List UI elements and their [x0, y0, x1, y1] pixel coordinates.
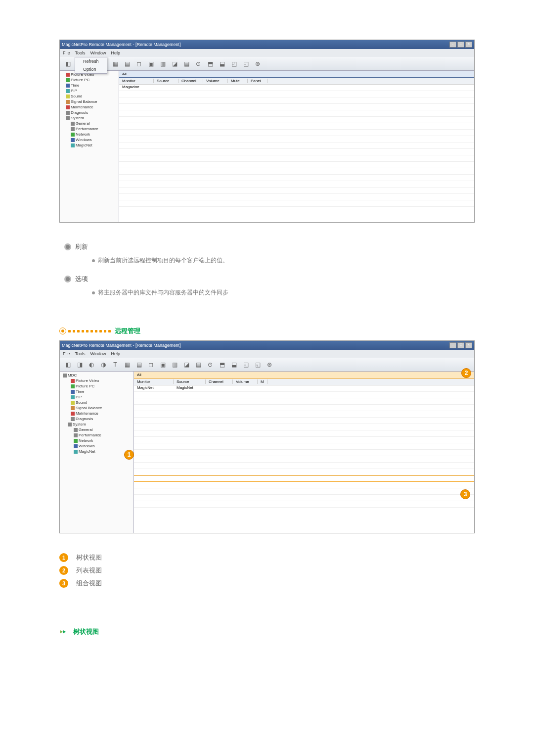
- menu-tools[interactable]: Tools: [75, 50, 86, 55]
- toolbar-icon-13[interactable]: ⬒: [205, 59, 215, 69]
- tree-view[interactable]: MDC Picture Video Picture PC Time PIP So…: [60, 372, 134, 533]
- menu-tools[interactable]: Tools: [75, 351, 86, 356]
- tree-item-label[interactable]: Picture PC: [76, 384, 94, 388]
- heading-text: 刷新: [75, 242, 88, 251]
- tree-item-label[interactable]: Performance: [76, 127, 98, 131]
- menu-help[interactable]: Help: [111, 50, 121, 55]
- legend-text-1: 树状视图: [76, 553, 102, 562]
- toolbar-icon-6[interactable]: ▤: [122, 59, 132, 69]
- toolbar-icon-5[interactable]: ▦: [110, 59, 120, 69]
- toolbar-icon-16[interactable]: ◱: [241, 59, 251, 69]
- toolbar-icon-17[interactable]: ⊛: [253, 59, 263, 69]
- toolbar-icon-10[interactable]: ▥: [170, 360, 179, 370]
- toolbar-icon-8[interactable]: ◻: [146, 360, 156, 370]
- toolbar-icon-12[interactable]: ⊙: [193, 59, 203, 69]
- col-channel[interactable]: Channel: [206, 379, 233, 384]
- tree-item-label[interactable]: Signal Balance: [76, 406, 102, 410]
- tree-item-label[interactable]: Windows: [79, 444, 94, 448]
- tree-item-label[interactable]: Time: [71, 83, 79, 88]
- toolbar-icon-10[interactable]: ◪: [170, 59, 179, 69]
- toolbar-icon-3[interactable]: ◐: [87, 360, 96, 370]
- col-volume[interactable]: Volume: [203, 79, 228, 83]
- tree-item-label[interactable]: Windows: [76, 138, 91, 142]
- tree-item-label[interactable]: Picture Video: [76, 378, 99, 383]
- menu-file[interactable]: File: [63, 50, 70, 55]
- toolbar-icon-13[interactable]: ⊙: [205, 360, 215, 370]
- tree-item-label[interactable]: Network: [79, 438, 93, 443]
- close-button[interactable]: ×: [465, 42, 472, 47]
- menu-window[interactable]: Window: [90, 351, 106, 356]
- toolbar-icon-9[interactable]: ▣: [158, 360, 168, 370]
- toolbar-icon-12[interactable]: ▤: [193, 360, 203, 370]
- tree-item-label[interactable]: Diagnosis: [76, 417, 93, 421]
- toolbar-icon-14[interactable]: ⬒: [217, 360, 227, 370]
- toolbar-icon-6[interactable]: ▦: [122, 360, 132, 370]
- col-source[interactable]: Source: [174, 379, 206, 384]
- tree-item-label[interactable]: Maintenance: [76, 411, 98, 416]
- toolbar-icon-2[interactable]: ◨: [75, 360, 85, 370]
- col-monitor[interactable]: Monitor: [134, 379, 174, 384]
- dropdown-option[interactable]: Option: [75, 65, 107, 73]
- tree-item-label[interactable]: PIP: [76, 395, 82, 399]
- window-title: MagicNetPro Remote Management - [Remote …: [62, 343, 181, 348]
- tree-item-label[interactable]: General: [76, 121, 89, 126]
- list-filter[interactable]: All: [134, 372, 474, 378]
- toolbar-icon-18[interactable]: ⊛: [265, 360, 274, 370]
- col-m[interactable]: M: [258, 379, 267, 384]
- col-panel[interactable]: Panel: [248, 79, 267, 83]
- toolbar-icon-4[interactable]: ◑: [98, 360, 108, 370]
- tree-item-label[interactable]: Diagnosis: [71, 110, 88, 115]
- toolbar-icon-8[interactable]: ▣: [146, 59, 156, 69]
- cell: Magazine: [119, 85, 154, 91]
- tree-item-label[interactable]: MagicNet: [79, 449, 95, 454]
- tree-item-label[interactable]: Maintenance: [71, 105, 93, 109]
- tree-item-label[interactable]: MagicNet: [76, 143, 92, 147]
- menu-window[interactable]: Window: [90, 50, 106, 55]
- tree-item-label[interactable]: Sound: [71, 94, 82, 98]
- toolbar-icon-7[interactable]: ▤: [134, 360, 144, 370]
- tree-item-label[interactable]: PIP: [71, 89, 77, 93]
- toolbar-icon-11[interactable]: ▤: [181, 59, 191, 69]
- col-volume[interactable]: Volume: [233, 379, 258, 384]
- tree-item-label[interactable]: Sound: [76, 400, 87, 405]
- tree-item-label[interactable]: Time: [76, 389, 84, 394]
- toolbar-icon-7[interactable]: ◻: [134, 59, 144, 69]
- menu-help[interactable]: Help: [111, 351, 121, 356]
- tree-item-label[interactable]: Network: [76, 132, 90, 137]
- toolbar-icon-14[interactable]: ⬓: [217, 59, 227, 69]
- tree-item-label[interactable]: General: [79, 427, 92, 432]
- toolbar-icon-1[interactable]: ◧: [63, 360, 73, 370]
- refresh-desc: 刷新当前所选远程控制项目的每个客户端上的值。: [92, 256, 475, 265]
- list-row[interactable]: Magazine: [119, 85, 474, 91]
- minimize-button[interactable]: -: [449, 42, 456, 47]
- tree-item-label[interactable]: Performance: [79, 433, 101, 437]
- tree-item-label[interactable]: Picture PC: [71, 78, 89, 82]
- list-filter[interactable]: All: [119, 71, 474, 78]
- menu-file[interactable]: File: [63, 351, 70, 356]
- close-button[interactable]: ×: [465, 342, 472, 348]
- minimize-button[interactable]: -: [449, 342, 456, 348]
- col-channel[interactable]: Channel: [178, 79, 203, 83]
- maximize-button[interactable]: □: [457, 342, 464, 348]
- toolbar-icon-1[interactable]: ◧: [63, 59, 73, 69]
- legend: 1 树状视图 2 列表视图 3 组合视图: [59, 553, 475, 588]
- col-source[interactable]: Source: [154, 79, 178, 83]
- toolbar-icon-17[interactable]: ◱: [253, 360, 263, 370]
- tree-item-label[interactable]: System: [71, 116, 84, 120]
- col-mute[interactable]: Mute: [228, 79, 248, 83]
- toolbar-icon-15[interactable]: ⬓: [229, 360, 239, 370]
- dropdown-refresh[interactable]: Refresh: [75, 57, 107, 65]
- toolbar-icon-16[interactable]: ◰: [241, 360, 251, 370]
- tree-item-label[interactable]: System: [73, 422, 86, 426]
- col-monitor[interactable]: Monitor: [119, 79, 154, 83]
- maximize-button[interactable]: □: [457, 42, 464, 47]
- toolbar-icon-text[interactable]: T: [110, 360, 120, 370]
- list-row: [119, 91, 474, 97]
- list-row[interactable]: MagicNet MagicNet: [134, 385, 474, 392]
- toolbar-icon-9[interactable]: ▥: [158, 59, 168, 69]
- toolbar-icon-15[interactable]: ◰: [229, 59, 239, 69]
- tree-item-label[interactable]: Signal Balance: [71, 99, 97, 104]
- toolbar-icon-11[interactable]: ◪: [181, 360, 191, 370]
- tree-root[interactable]: MDC: [68, 373, 77, 378]
- tree-view[interactable]: Picture Video Picture PC Time PIP Sound …: [60, 71, 119, 222]
